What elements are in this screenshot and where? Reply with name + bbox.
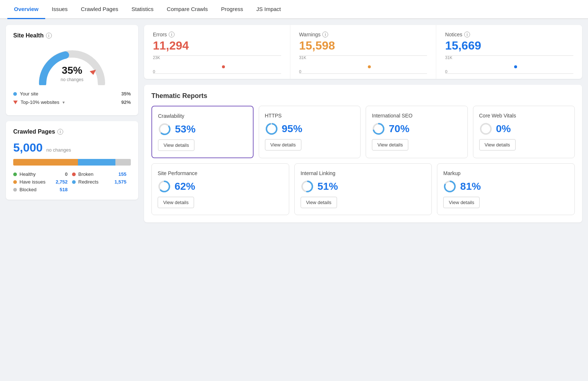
report-international-seo: International SEO 70% View details — [366, 106, 468, 158]
warnings-info-icon[interactable]: i — [322, 32, 328, 37]
crawlability-circle-icon — [158, 123, 171, 136]
markup-title: Markup — [443, 170, 569, 176]
report-markup: Markup 81% View details — [437, 163, 575, 215]
blocked-label: Blocked — [19, 187, 36, 192]
notices-chart: 31K 0 — [445, 55, 573, 74]
crawled-pages-info-icon[interactable]: i — [57, 129, 63, 135]
nav-item-issues[interactable]: Issues — [45, 0, 74, 19]
core-web-vitals-pct: 0% — [496, 123, 511, 135]
errors-top-label: 23K — [153, 55, 160, 60]
crawled-pages-title: Crawled Pages i — [13, 128, 131, 135]
thematic-reports-card: Thematic Reports Crawlability 53% View d… — [144, 85, 582, 222]
notices-label: Notices i — [445, 32, 573, 37]
progress-blocked — [115, 159, 131, 166]
reports-bottom-grid: Site Performance 62% View details Intern… — [151, 163, 575, 215]
yoursite-value: 35% — [121, 91, 131, 97]
top10-label: Top-10% websites — [21, 99, 60, 105]
core-web-vitals-pct-row: 0% — [479, 122, 569, 135]
warnings-chart: 31K 0 — [299, 55, 427, 74]
legend-redirects: Redirects 1,575 — [72, 179, 131, 185]
nav-item-progress[interactable]: Progress — [215, 0, 250, 19]
https-pct: 95% — [282, 123, 302, 135]
site-health-label: Site Health — [13, 32, 44, 39]
internal-linking-circle-icon — [301, 180, 314, 193]
nav-item-overview[interactable]: Overview — [7, 0, 45, 19]
international-seo-pct-row: 70% — [372, 122, 462, 135]
report-crawlability: Crawlability 53% View details — [151, 106, 254, 158]
crawled-pages-label: Crawled Pages — [13, 128, 55, 135]
redirects-dot — [72, 180, 76, 184]
errors-value: 11,294 — [153, 39, 281, 52]
markup-view-details-button[interactable]: View details — [443, 197, 480, 208]
warnings-label-text: Warnings — [299, 32, 321, 37]
gauge-wrapper: 35% no changes — [35, 45, 109, 85]
nav-item-js-impact[interactable]: JS Impact — [250, 0, 288, 19]
errors-label-text: Errors — [153, 32, 167, 37]
https-view-details-button[interactable]: View details — [265, 139, 301, 150]
nav-item-crawled-pages[interactable]: Crawled Pages — [74, 0, 125, 19]
legend-have-issues: Have issues 2,752 — [13, 179, 72, 185]
gauge-percentage: 35% — [61, 65, 83, 76]
markup-pct: 81% — [460, 181, 481, 192]
crawled-subtitle: no changes — [46, 147, 71, 153]
core-web-vitals-circle-icon — [479, 122, 492, 135]
nav-item-compare-crawls[interactable]: Compare Crawls — [160, 0, 215, 19]
progress-have-issues — [13, 159, 78, 166]
progress-redirects — [78, 159, 115, 166]
healthy-dot — [13, 173, 17, 176]
international-seo-pct: 70% — [389, 123, 409, 135]
legend-broken: Broken 155 — [72, 171, 131, 177]
notices-value: 15,669 — [445, 39, 573, 52]
legend-blocked: Blocked 518 — [13, 187, 72, 192]
markup-circle-icon — [443, 180, 456, 193]
errors-chart: 23K 0 — [153, 55, 281, 74]
notices-label-text: Notices — [445, 32, 462, 37]
https-title: HTTPS — [265, 113, 355, 119]
errors-info-icon[interactable]: i — [169, 32, 175, 37]
nav-bar: Overview Issues Crawled Pages Statistics… — [0, 0, 588, 19]
site-legend-yoursite: Your site 35% — [13, 91, 131, 97]
internal-linking-title: Internal Linking — [301, 170, 426, 176]
svg-point-4 — [266, 124, 277, 134]
gauge-subtitle: no changes — [61, 77, 83, 82]
healthy-label: Healthy — [19, 171, 36, 177]
notices-chart-dot — [514, 65, 517, 68]
notices-info-icon[interactable]: i — [464, 32, 470, 37]
site-performance-pct: 62% — [175, 181, 195, 192]
reports-top-grid: Crawlability 53% View details HTTPS — [151, 106, 575, 158]
left-column: Site Health i 35% no changes — [6, 25, 138, 222]
nav-item-statistics[interactable]: Statistics — [125, 0, 160, 19]
have-issues-dot — [13, 180, 17, 184]
gauge-center: 35% no changes — [61, 65, 83, 82]
errors-card: Errors i 11,294 23K 0 — [144, 25, 290, 79]
top10-chevron-icon[interactable]: ▾ — [62, 100, 65, 105]
crawlability-pct: 53% — [175, 123, 196, 135]
internal-linking-pct: 51% — [318, 181, 338, 192]
report-core-web-vitals: Core Web Vitals 0% View details — [473, 106, 575, 158]
crawlability-view-details-button[interactable]: View details — [158, 139, 194, 151]
broken-label: Broken — [78, 171, 93, 177]
internal-linking-view-details-button[interactable]: View details — [301, 197, 337, 208]
markup-pct-row: 81% — [443, 180, 569, 193]
svg-point-7 — [481, 124, 491, 134]
site-performance-view-details-button[interactable]: View details — [158, 197, 194, 208]
redirects-value: 1,575 — [114, 179, 126, 185]
site-performance-pct-row: 62% — [158, 180, 283, 193]
yoursite-label: Your site — [20, 91, 38, 97]
broken-dot — [72, 173, 76, 176]
core-web-vitals-view-details-button[interactable]: View details — [479, 139, 516, 150]
redirects-label: Redirects — [78, 179, 98, 185]
site-health-info-icon[interactable]: i — [46, 33, 52, 39]
main-content: Site Health i 35% no changes — [0, 19, 588, 228]
legend-healthy: Healthy 0 — [13, 171, 72, 177]
report-internal-linking: Internal Linking 51% View details — [294, 163, 432, 215]
thematic-reports-title: Thematic Reports — [151, 92, 575, 100]
internal-linking-pct-row: 51% — [301, 180, 426, 193]
right-column: Errors i 11,294 23K 0 Warnings i 15,598 — [144, 25, 582, 222]
international-seo-view-details-button[interactable]: View details — [372, 139, 408, 150]
top10-value: 92% — [121, 99, 131, 105]
crawlability-pct-row: 53% — [158, 123, 247, 136]
gauge-container: 35% no changes — [13, 45, 131, 85]
svg-marker-0 — [90, 70, 96, 75]
warnings-chart-dot — [368, 65, 371, 68]
